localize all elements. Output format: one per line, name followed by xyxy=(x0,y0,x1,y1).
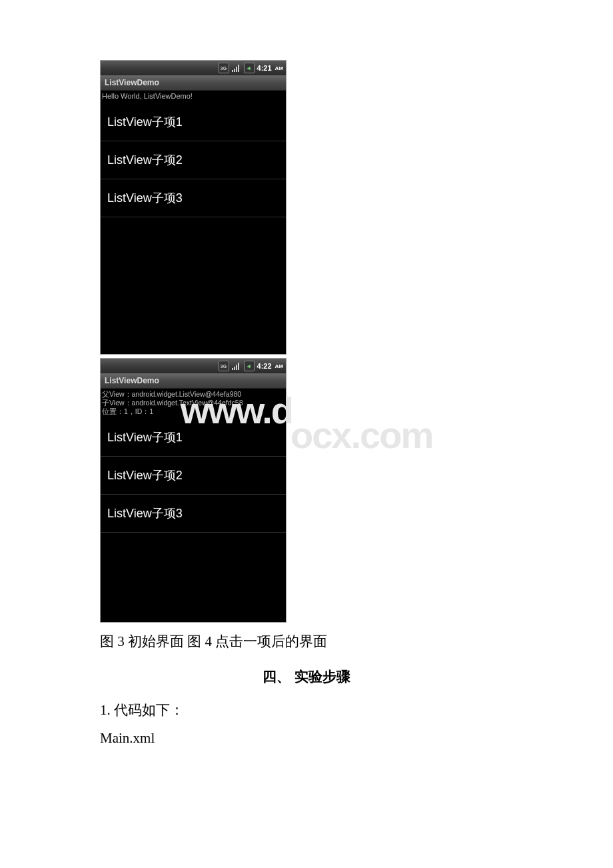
list-item[interactable]: ListView子项1 xyxy=(101,419,286,457)
list-item[interactable]: ListView子项3 xyxy=(101,495,286,533)
clock-ampm: AM xyxy=(275,65,283,71)
status-bar: 3G ◂ 4:21AM xyxy=(101,61,286,75)
list-item[interactable]: ListView子项2 xyxy=(101,141,286,179)
click-info-text: 父View：android.widget.ListView@44efa980 子… xyxy=(101,389,286,419)
clock-ampm: AM xyxy=(275,363,283,369)
battery-icon: ◂ xyxy=(244,63,255,73)
network-3g-icon: 3G xyxy=(219,361,229,371)
status-bar: 3G ◂ 4:22AM xyxy=(101,359,286,373)
watermark-text: ocx.com xyxy=(291,413,432,457)
screenshot-2: 3G ◂ 4:22AM ListViewDemo 父View：android.w… xyxy=(100,358,287,623)
list-item[interactable]: ListView子项3 xyxy=(101,179,286,217)
step-1-text: 1. 代码如下： xyxy=(100,701,513,719)
signal-bars-icon xyxy=(232,64,241,72)
app-title-bar: ListViewDemo xyxy=(101,75,286,91)
app-title-bar: ListViewDemo xyxy=(101,373,286,389)
network-3g-icon: 3G xyxy=(219,63,229,73)
section-heading: 四、 实验步骤 xyxy=(100,667,513,686)
clock-time: 4:22 xyxy=(257,362,272,370)
app-title: ListViewDemo xyxy=(105,376,159,385)
list-item[interactable]: ListView子项1 xyxy=(101,103,286,141)
signal-bars-icon xyxy=(232,362,241,370)
filename-text: Main.xml xyxy=(100,730,513,747)
clock-time: 4:21 xyxy=(257,64,272,72)
screenshot-1: 3G ◂ 4:21AM ListViewDemo Hello World, Li… xyxy=(100,60,287,355)
figure-caption: 图 3 初始界面 图 4 点击一项后的界面 xyxy=(100,632,513,651)
app-title: ListViewDemo xyxy=(105,78,159,87)
hello-text: Hello World, ListViewDemo! xyxy=(101,91,286,103)
position-id-line: 位置：1，ID：1 xyxy=(102,407,153,415)
parent-view-line: 父View：android.widget.ListView@44efa980 xyxy=(102,390,241,398)
battery-icon: ◂ xyxy=(244,361,255,371)
child-view-line: 子View：android.widget.TextView@44efdc58 xyxy=(102,399,243,407)
list-item[interactable]: ListView子项2 xyxy=(101,457,286,495)
